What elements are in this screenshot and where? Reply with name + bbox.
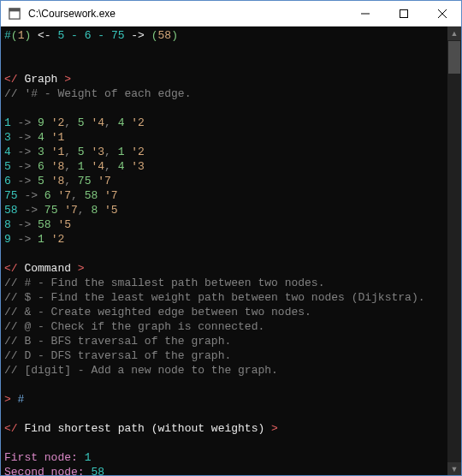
scroll-down-button[interactable]: ▼ [447,462,461,476]
svg-rect-1 [9,8,20,11]
window-title: C:\Coursework.exe [28,8,116,20]
maximize-button[interactable] [384,1,423,27]
scroll-up-button[interactable]: ▲ [447,27,461,40]
console-output[interactable]: #(1) <- 5 - 6 - 75 -> (58) </ Graph >// … [1,27,447,476]
client-area: #(1) <- 5 - 6 - 75 -> (58) </ Graph >// … [1,27,461,476]
scrollbar[interactable]: ▲ ▼ [447,27,461,476]
app-icon [8,7,21,21]
close-button[interactable] [423,1,461,27]
svg-rect-3 [400,9,407,17]
minimize-button[interactable] [346,1,384,27]
titlebar: C:\Coursework.exe [1,1,461,27]
scroll-thumb[interactable] [448,41,460,74]
